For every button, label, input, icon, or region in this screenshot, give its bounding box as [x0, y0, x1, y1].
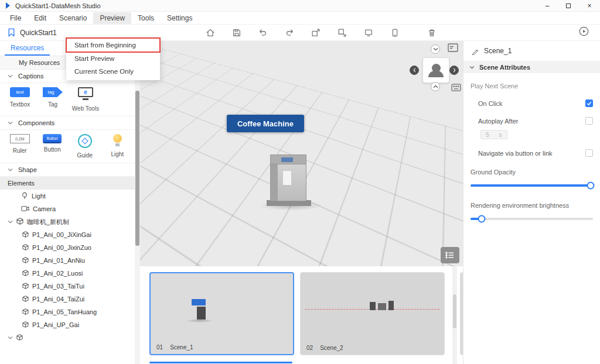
swap-object-icon[interactable] [337, 28, 347, 38]
component-item-label: Ruler [13, 147, 27, 154]
home-icon[interactable] [205, 28, 216, 38]
menu-scenario[interactable]: Scenario [53, 12, 93, 24]
scrollbar-thumb[interactable] [135, 91, 139, 246]
navigate-checkbox[interactable] [585, 149, 593, 157]
device-preview-icon[interactable] [390, 28, 400, 38]
play-preview-icon[interactable] [578, 26, 589, 39]
caption-item-web-tools[interactable]: e Web Tools [69, 87, 102, 112]
insert-object-icon[interactable] [311, 28, 321, 38]
element-label: P1_Ani_00_JixinZuo [32, 244, 91, 251]
element-label: P1_Ani_03_TaiTui [32, 283, 84, 290]
delete-icon[interactable] [427, 28, 437, 38]
menu-settings[interactable]: Settings [161, 12, 199, 24]
cube-icon [22, 257, 29, 265]
model-label[interactable]: Coffee Machine [227, 115, 304, 132]
element-child[interactable]: P1_Ani_00_JixinZuo [0, 241, 135, 254]
ground-opacity-slider[interactable] [471, 184, 593, 187]
menu-item-start-preview[interactable]: Start Preview [66, 52, 160, 65]
caption-item-label: Textbox [10, 101, 30, 108]
edit-pencil-icon[interactable] [472, 47, 479, 55]
element-child[interactable]: P1_Ani_00_JiXinGai [0, 228, 135, 241]
close-button[interactable]: × [579, 0, 600, 11]
element-label: P1_Ani_02_Luosi [32, 270, 83, 277]
on-click-row: On Click [471, 99, 593, 107]
mini-model [197, 307, 206, 320]
element-child[interactable]: P1_Ani_05_TanHuang [0, 305, 135, 318]
autoplay-duration-input[interactable]: 5 s [480, 130, 507, 139]
viewport-3d[interactable]: Coffee Machine [140, 41, 463, 266]
tab-resources[interactable]: Resources [5, 42, 50, 56]
chevron-right-icon [453, 68, 456, 73]
avatar-collapse-icon[interactable] [431, 44, 440, 54]
autoplay-row: Autoplay After [471, 117, 593, 125]
tag-icon: tag [43, 87, 63, 97]
element-item-light[interactable]: Light [0, 190, 135, 202]
cube-icon [22, 296, 29, 303]
brightness-slider[interactable] [471, 218, 593, 220]
menu-tools[interactable]: Tools [131, 12, 161, 24]
element-child-partial[interactable] [0, 331, 135, 344]
screen-preview-icon[interactable] [363, 28, 374, 38]
on-click-checkbox[interactable] [585, 99, 593, 107]
scene-strip: 01 Scene_1 02 Scene_2 [140, 266, 463, 364]
menu-preview[interactable]: Preview [93, 12, 131, 24]
minimize-button[interactable]: – [537, 0, 558, 11]
display-panel-icon[interactable] [447, 43, 459, 56]
play-next-scene-label: Play Next Scene [471, 83, 593, 90]
app-window: QuickStart1-DataMesh Studio – × File Edi… [0, 0, 600, 364]
avatar-preview[interactable] [422, 57, 449, 83]
scene-thumbnail-1[interactable]: 01 Scene_1 [149, 272, 294, 355]
element-child[interactable]: P1_Ani_02_Luosi [0, 267, 135, 280]
avatar-prev-icon[interactable] [410, 66, 419, 75]
element-label: P1_Ani_05_TanHuang [32, 308, 97, 315]
menu-edit[interactable]: Edit [28, 12, 53, 24]
element-item-camera[interactable]: Camera [0, 202, 135, 215]
redo-icon[interactable] [284, 28, 295, 38]
menu-file[interactable]: File [4, 12, 28, 24]
element-group-coffee-machine[interactable]: 咖啡机_新机制 [0, 215, 135, 228]
scene-list-button[interactable] [441, 247, 459, 263]
component-item-guide[interactable]: Guide [69, 134, 101, 159]
element-label: P1_Ani_00_JiXinGai [32, 231, 91, 238]
scene-scrollbar-vertical[interactable] [452, 266, 457, 364]
component-item-label: Light [111, 151, 124, 157]
scene-thumbnail-2[interactable]: 02 Scene_2 [300, 272, 445, 355]
inspector-header: Scene_1 [463, 41, 600, 61]
component-item-light[interactable]: Light [101, 134, 134, 159]
menu-item-start-from-beginning[interactable]: Start from Beginning [66, 38, 160, 52]
component-item-button[interactable]: Button Button [36, 134, 69, 159]
shortcut-grid-icon[interactable] [451, 83, 461, 94]
machine-cup [282, 170, 292, 186]
section-shape[interactable]: Shape [0, 163, 135, 177]
caption-item-tag[interactable]: tag Tag [36, 87, 69, 112]
project-chip[interactable]: QuickStart1 [7, 28, 95, 37]
save-icon[interactable] [231, 28, 242, 38]
maximize-icon [566, 4, 571, 8]
camera-icon [21, 205, 29, 213]
section-components[interactable]: Components [0, 116, 135, 130]
scrollbar-thumb[interactable] [453, 294, 456, 328]
caption-item-textbox[interactable]: text Textbox [4, 87, 36, 112]
slider-handle[interactable] [587, 182, 594, 190]
component-item-ruler[interactable]: 0.2M Ruler [4, 134, 36, 159]
element-child[interactable]: P1_Ani_04_TaiZui [0, 293, 135, 305]
scene-attributes-section[interactable]: Scene Attributes [463, 61, 600, 73]
brightness-label: Rendering environment brightness [471, 202, 593, 209]
element-child[interactable]: P1_Ani_03_TaiTui [0, 280, 135, 293]
inspector-body: Play Next Scene On Click Autoplay After … [463, 83, 600, 220]
sidebar-scrollbar[interactable] [135, 41, 140, 364]
autoplay-checkbox[interactable] [585, 117, 593, 125]
inspector-scene-name: Scene_1 [484, 47, 512, 55]
maximize-button[interactable] [558, 0, 579, 11]
scene-scroll-indicator[interactable] [149, 362, 292, 363]
chevron-up-icon [433, 85, 438, 88]
menu-item-current-scene-only[interactable]: Current Scene Only [66, 65, 160, 78]
cube-icon [22, 270, 29, 277]
slider-handle[interactable] [478, 215, 485, 223]
coffee-machine-model[interactable] [264, 145, 321, 211]
avatar-expand-icon[interactable] [431, 82, 440, 91]
element-child[interactable]: P1_Ani_UP_Gai [0, 318, 135, 331]
element-child[interactable]: P1_Ani_01_AnNiu [0, 254, 135, 267]
undo-icon[interactable] [258, 28, 268, 38]
avatar-next-icon[interactable] [449, 66, 459, 75]
